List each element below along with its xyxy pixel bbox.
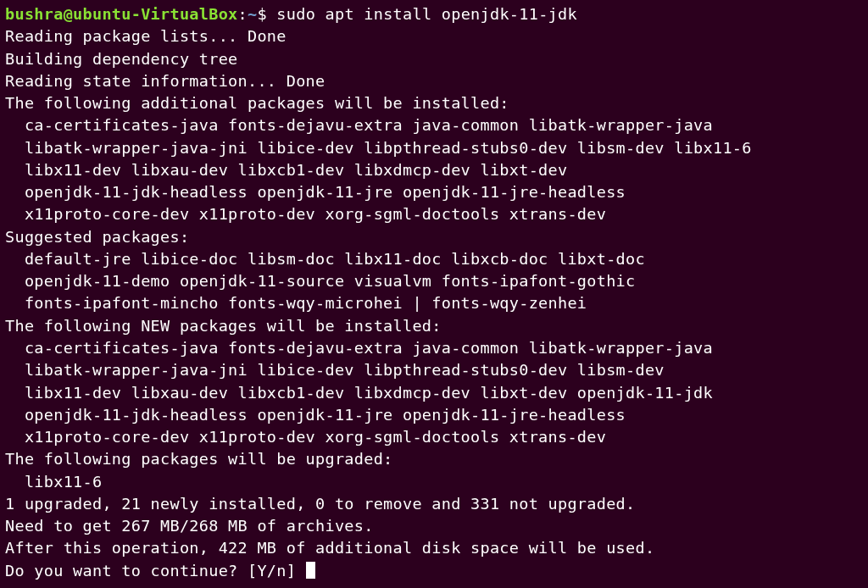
cursor-icon xyxy=(306,562,315,579)
output-line: libatk-wrapper-java-jni libice-dev libpt… xyxy=(5,359,863,381)
output-line: The following additional packages will b… xyxy=(5,92,863,114)
output-line: ca-certificates-java fonts-dejavu-extra … xyxy=(5,114,863,136)
prompt-dollar: $ xyxy=(257,5,276,23)
output-line: openjdk-11-jdk-headless openjdk-11-jre o… xyxy=(5,404,863,426)
output-line: The following packages will be upgraded: xyxy=(5,448,863,470)
output-line: Building dependency tree xyxy=(5,48,863,70)
output-line: libatk-wrapper-java-jni libice-dev libpt… xyxy=(5,137,863,159)
output-line: default-jre libice-doc libsm-doc libx11-… xyxy=(5,248,863,270)
output-line: Reading package lists... Done xyxy=(5,25,863,47)
prompt-host: ubuntu-VirtualBox xyxy=(73,5,237,23)
output-line: x11proto-core-dev x11proto-dev xorg-sgml… xyxy=(5,203,863,225)
output-line: x11proto-core-dev x11proto-dev xorg-sgml… xyxy=(5,426,863,448)
output-line: libx11-dev libxau-dev libxcb1-dev libxdm… xyxy=(5,382,863,404)
output-line: 1 upgraded, 21 newly installed, 0 to rem… xyxy=(5,493,863,515)
prompt-at: @ xyxy=(64,5,73,23)
confirm-text: Do you want to continue? [Y/n] xyxy=(5,562,306,580)
output-line: openjdk-11-jdk-headless openjdk-11-jre o… xyxy=(5,181,863,203)
prompt-path: ~ xyxy=(248,5,257,23)
output-line: Need to get 267 MB/268 MB of archives. xyxy=(5,515,863,537)
output-line: libx11-6 xyxy=(5,471,863,493)
prompt-user: bushra xyxy=(5,5,64,23)
terminal-prompt-line: bushra@ubuntu-VirtualBox:~$ sudo apt ins… xyxy=(5,3,863,25)
output-line: Reading state information... Done xyxy=(5,70,863,92)
prompt-confirm-line[interactable]: Do you want to continue? [Y/n] xyxy=(5,560,863,582)
output-line: After this operation, 422 MB of addition… xyxy=(5,537,863,559)
output-line: fonts-ipafont-mincho fonts-wqy-microhei … xyxy=(5,292,863,314)
command-text: sudo apt install openjdk-11-jdk xyxy=(276,5,577,23)
output-line: ca-certificates-java fonts-dejavu-extra … xyxy=(5,337,863,359)
output-line: Suggested packages: xyxy=(5,226,863,248)
prompt-separator: : xyxy=(238,5,248,23)
output-line: libx11-dev libxau-dev libxcb1-dev libxdm… xyxy=(5,159,863,181)
output-line: openjdk-11-demo openjdk-11-source visual… xyxy=(5,270,863,292)
output-line: The following NEW packages will be insta… xyxy=(5,315,863,337)
